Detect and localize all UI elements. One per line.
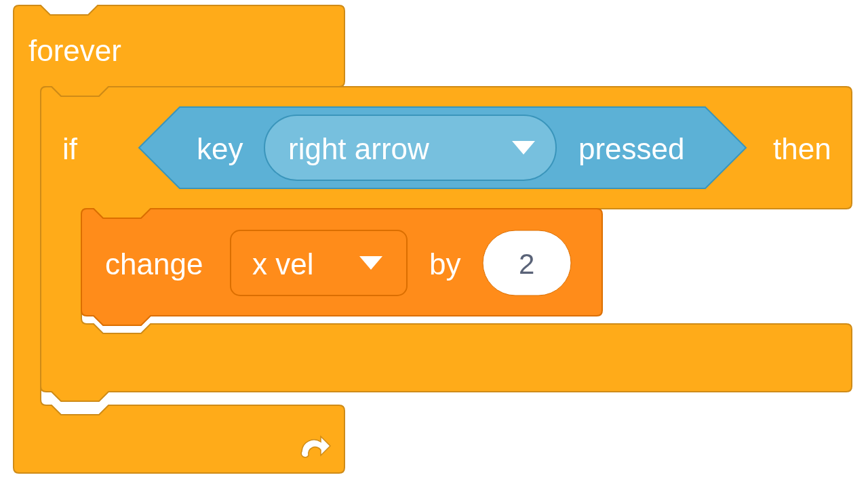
change-var-block[interactable]: change x vel by 2 <box>81 209 602 325</box>
if-label: if <box>62 132 78 165</box>
value-input[interactable]: 2 <box>483 230 571 295</box>
value-input-text: 2 <box>519 248 534 280</box>
scratch-script: forever if then key right arrow pressed … <box>0 0 868 492</box>
key-dropdown-label: right arrow <box>288 132 429 165</box>
by-label: by <box>429 247 460 281</box>
var-dropdown-label: x vel <box>252 247 313 281</box>
forever-label: forever <box>28 34 121 67</box>
then-label: then <box>773 132 831 165</box>
key-label: key <box>197 132 243 165</box>
key-dropdown[interactable]: right arrow <box>264 115 556 180</box>
key-pressed-block[interactable]: key right arrow pressed <box>139 107 746 188</box>
var-dropdown[interactable]: x vel <box>231 230 407 295</box>
pressed-label: pressed <box>578 132 685 165</box>
change-label: change <box>105 247 203 281</box>
